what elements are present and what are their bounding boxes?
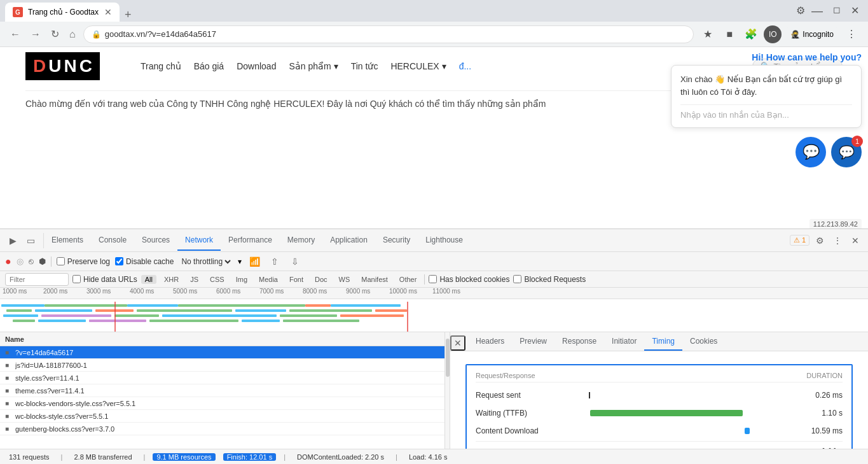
manifest-filter-chip[interactable]: Manifest <box>357 275 392 284</box>
close-devtools-icon[interactable]: ✕ <box>848 233 863 248</box>
details-tab-headers[interactable]: Headers <box>468 333 512 351</box>
media-filter-chip[interactable]: Media <box>255 275 282 284</box>
file-row-4[interactable]: ■ wc-blocks-vendors-style.css?ver=5.5.1 <box>0 397 444 410</box>
disable-cache-input[interactable] <box>115 257 123 265</box>
ip-display: 112.213.89.42 <box>809 219 862 228</box>
device-toggle-icon[interactable]: ▭ <box>23 233 38 248</box>
details-tab-preview[interactable]: Preview <box>512 333 555 351</box>
font-filter-chip[interactable]: Font <box>286 275 307 284</box>
home-button[interactable]: ⌂ <box>67 26 78 43</box>
messenger-button[interactable]: 💬 <box>796 137 826 167</box>
nav-more[interactable]: đ... <box>459 61 471 71</box>
details-tab-response[interactable]: Response <box>555 333 604 351</box>
nav-san-pham[interactable]: Sản phẩm ▾ <box>289 61 338 71</box>
status-sep-2: | <box>144 453 146 461</box>
browser-tab[interactable]: G Trang chủ - Goodtax ✕ <box>5 3 120 22</box>
wifi-icon[interactable]: 📶 <box>247 254 262 269</box>
tab-performance[interactable]: Performance <box>221 230 280 251</box>
tab-network[interactable]: Network <box>177 230 221 251</box>
more-devtools-icon[interactable]: ⋮ <box>830 233 845 248</box>
tab-close-button[interactable]: ✕ <box>104 7 112 17</box>
throttle-select[interactable]: No throttling <box>179 257 233 267</box>
blocked-cookies-input[interactable] <box>429 275 437 283</box>
hide-data-urls-label: Hide data URLs <box>83 275 137 284</box>
details-tab-timing[interactable]: Timing <box>644 333 682 351</box>
blocked-cookies-checkbox[interactable]: Has blocked cookies <box>429 275 509 284</box>
title-bar-controls: ⚙ — ◻ ✕ <box>796 4 863 18</box>
img-filter-chip[interactable]: Img <box>232 275 251 284</box>
tab-console[interactable]: Console <box>91 230 134 251</box>
other-filter-chip[interactable]: Other <box>396 275 421 284</box>
restore-button[interactable]: ◻ <box>829 4 844 18</box>
details-tab-initiator[interactable]: Initiator <box>604 333 644 351</box>
tab-security[interactable]: Security <box>375 230 418 251</box>
new-tab-button[interactable]: + <box>120 8 137 22</box>
doc-filter-chip[interactable]: Doc <box>311 275 331 284</box>
nav-herculex[interactable]: HERCULEX ▾ <box>390 61 446 71</box>
tab-memory[interactable]: Memory <box>280 230 322 251</box>
back-button[interactable]: ← <box>8 26 23 43</box>
record-button[interactable]: ● <box>5 256 11 267</box>
hide-data-urls-checkbox[interactable]: Hide data URLs <box>72 275 137 284</box>
import-icon[interactable]: ⇧ <box>267 254 282 269</box>
all-filter-chip[interactable]: All <box>141 275 156 284</box>
clear-button[interactable]: ⎋ <box>29 257 34 266</box>
timing-value-1: 1.10 s <box>798 409 843 418</box>
devtools-filter-bar: Hide data URLs All XHR JS CSS Img Media … <box>0 271 868 288</box>
scroll-thumb[interactable] <box>446 339 450 377</box>
status-domcontentloaded: DOMContentLoaded: 2.20 s <box>293 453 388 461</box>
star-icon[interactable]: ★ <box>699 25 717 43</box>
tab-favicon: G <box>13 7 23 17</box>
extensions-icon[interactable]: ■ <box>720 25 738 43</box>
chat-input-area[interactable]: Nhập vào tin nhắn của Bạn... <box>680 104 852 120</box>
settings-icon[interactable]: ⚙ <box>796 4 805 18</box>
nav-bao-gia[interactable]: Báo giá <box>194 61 224 71</box>
menu-icon[interactable]: ⋮ <box>843 25 860 43</box>
details-tab-cookies[interactable]: Cookies <box>682 333 725 351</box>
forward-button[interactable]: → <box>28 26 43 43</box>
file-row-3[interactable]: ■ theme.css?ver=11.4.1 <box>0 384 444 397</box>
reload-button[interactable]: ↻ <box>48 25 62 43</box>
hide-data-urls-input[interactable] <box>72 275 81 283</box>
mark-8000: 8000 ms <box>303 288 327 295</box>
tab-sources[interactable]: Sources <box>134 230 177 251</box>
details-close-button[interactable]: ✕ <box>450 335 465 351</box>
filter-icon-btn[interactable]: ⬢ <box>39 257 46 266</box>
nav-download[interactable]: Download <box>237 61 276 71</box>
puzzle-icon[interactable]: 🧩 <box>742 25 760 43</box>
nav-trang-chu[interactable]: Trang chủ <box>141 61 181 71</box>
js-filter-chip[interactable]: JS <box>186 275 202 284</box>
css-filter-chip[interactable]: CSS <box>206 275 228 284</box>
ws-filter-chip[interactable]: WS <box>335 275 354 284</box>
file-row-2[interactable]: ■ style.css?ver=11.4.1 <box>0 372 444 384</box>
xhr-filter-chip[interactable]: XHR <box>160 275 183 284</box>
incognito-icon: 🥷 <box>790 30 800 39</box>
close-button[interactable]: ✕ <box>847 4 863 18</box>
blocked-requests-input[interactable] <box>513 275 521 283</box>
chat-button[interactable]: 💬 1 <box>831 137 862 167</box>
minimize-button[interactable]: — <box>808 4 827 18</box>
file-row-6[interactable]: ■ gutenberg-blocks.css?ver=3.7.0 <box>0 423 444 435</box>
stop-button[interactable]: ◎ <box>17 257 24 266</box>
file-row-0[interactable]: ■ ?v=e14da64a5617 <box>0 346 444 359</box>
lock-icon: 🔒 <box>92 30 101 39</box>
incognito-button[interactable]: 🥷 Incognito <box>785 27 839 41</box>
tab-elements[interactable]: Elements <box>44 230 91 251</box>
address-input-wrap[interactable]: 🔒 goodtax.vn/?v=e14da64a5617 <box>83 25 694 43</box>
nav-tin-tuc[interactable]: Tin tức <box>351 61 378 71</box>
file-row-5[interactable]: ■ wc-blocks-style.css?ver=5.5.1 <box>0 410 444 423</box>
element-picker-icon[interactable]: ▶ <box>5 233 20 248</box>
scrollbar[interactable] <box>445 332 450 449</box>
tab-application[interactable]: Application <box>322 230 375 251</box>
tab-lighthouse[interactable]: Lighthouse <box>418 230 471 251</box>
export-icon[interactable]: ⇩ <box>287 254 303 269</box>
filter-input[interactable] <box>5 273 69 286</box>
timing-row-2: Content Download 10.59 ms <box>476 423 843 439</box>
profile-icon[interactable]: IO <box>764 25 782 43</box>
file-row-1[interactable]: ■ js?id=UA-181877600-1 <box>0 359 444 372</box>
preserve-log-input[interactable] <box>57 257 65 265</box>
settings-devtools-icon[interactable]: ⚙ <box>812 233 827 248</box>
blocked-requests-checkbox[interactable]: Blocked Requests <box>513 275 586 284</box>
preserve-log-checkbox[interactable]: Preserve log <box>57 257 110 266</box>
disable-cache-checkbox[interactable]: Disable cache <box>115 257 174 266</box>
